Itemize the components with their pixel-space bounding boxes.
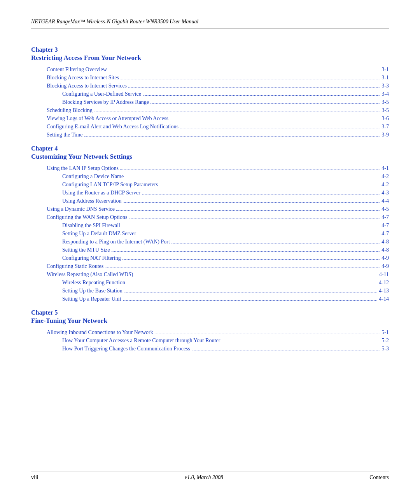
- entry-page-number: 4-14: [379, 296, 389, 302]
- chapter-title-chapter3: Restricting Access From Your Network: [31, 54, 389, 62]
- entry-dots: [84, 136, 380, 136]
- entry-dots: [121, 79, 380, 79]
- entry-text: Wireless Repeating (Also Called WDS): [47, 271, 133, 278]
- entry-page-number: 3-3: [382, 83, 389, 89]
- entry-page-number: 4-12: [379, 280, 389, 286]
- toc-entry[interactable]: Viewing Logs of Web Access or Attempted …: [31, 116, 389, 122]
- entry-dots: [129, 219, 380, 219]
- entry-dots: [125, 178, 380, 178]
- entry-dots: [138, 235, 380, 235]
- toc-entry[interactable]: Wireless Repeating Function4-12: [31, 280, 389, 286]
- entry-dots: [160, 186, 380, 186]
- toc-entry[interactable]: Disabling the SPI Firewall4-7: [31, 222, 389, 229]
- entry-page-number: 4-9: [382, 263, 389, 270]
- entry-text: Configuring a Device Name: [62, 173, 124, 180]
- entry-page-number: 5-1: [382, 329, 389, 336]
- entry-text: Configuring a User-Defined Service: [62, 91, 141, 97]
- entry-page-number: 3-6: [382, 116, 389, 122]
- entry-text: How Port Triggering Changes the Communic…: [62, 346, 190, 352]
- toc-entry[interactable]: Using Address Reservation4-4: [31, 198, 389, 204]
- entry-dots: [222, 342, 380, 342]
- entry-dots: [123, 300, 378, 301]
- toc-entry[interactable]: Responding to a Ping on the Internet (WA…: [31, 239, 389, 245]
- toc-entry[interactable]: Configuring NAT Filtering4-9: [31, 255, 389, 261]
- chapter-title-chapter5: Fine-Tuning Your Network: [31, 317, 389, 325]
- footer-version: v1.0, March 2008: [185, 474, 223, 481]
- entry-text: Wireless Repeating Function: [62, 280, 125, 286]
- toc-entry[interactable]: Setting Up a Repeater Unit4-14: [31, 296, 389, 302]
- entry-page-number: 3-1: [382, 75, 389, 81]
- toc-entry[interactable]: Configuring a Device Name4-2: [31, 173, 389, 180]
- toc-entry[interactable]: Blocking Services by IP Address Range3-5: [31, 99, 389, 105]
- entry-page-number: 4-11: [379, 271, 389, 278]
- entry-page-number: 4-3: [382, 190, 389, 196]
- entry-page-number: 4-7: [382, 214, 389, 220]
- toc-entry[interactable]: Setting the Time3-9: [31, 132, 389, 138]
- entry-text: Setting the MTU Size: [62, 247, 110, 253]
- toc-entry[interactable]: Configuring Static Routes4-9: [31, 263, 389, 270]
- footer-page-number: viii: [31, 474, 38, 481]
- entry-text: Using Address Reservation: [62, 198, 121, 204]
- entry-page-number: 3-5: [382, 99, 389, 105]
- entry-text: Setting Up a Default DMZ Server: [62, 231, 136, 237]
- entry-dots: [143, 95, 380, 96]
- toc-entry[interactable]: Configuring a User-Defined Service3-4: [31, 91, 389, 97]
- entry-text: Configuring the WAN Setup Options: [47, 214, 127, 220]
- toc-entry[interactable]: Setting the MTU Size4-8: [31, 247, 389, 253]
- toc-entry[interactable]: How Port Triggering Changes the Communic…: [31, 346, 389, 352]
- entry-text: Using the LAN IP Setup Options: [47, 165, 119, 172]
- entry-dots: [123, 202, 380, 203]
- toc-entry[interactable]: Setting Up a Default DMZ Server4-7: [31, 231, 389, 237]
- entry-text: Responding to a Ping on the Internet (WA…: [62, 239, 170, 245]
- entry-page-number: 4-9: [382, 255, 389, 261]
- toc-entry[interactable]: Using the LAN IP Setup Options4-1: [31, 165, 389, 172]
- entry-page-number: 3-5: [382, 107, 389, 114]
- toc-entry[interactable]: Scheduling Blocking3-5: [31, 107, 389, 114]
- toc-entry[interactable]: Using the Router as a DHCP Server4-3: [31, 190, 389, 196]
- entry-page-number: 3-7: [382, 124, 389, 130]
- chapter-label-chapter5: Chapter 5: [31, 309, 389, 316]
- toc-entry[interactable]: Blocking Access to Internet Services3-3: [31, 83, 389, 89]
- toc-entry[interactable]: Wireless Repeating (Also Called WDS)4-11: [31, 271, 389, 278]
- toc-entry[interactable]: Configuring LAN TCP/IP Setup Parameters4…: [31, 182, 389, 188]
- toc-entry[interactable]: Setting Up the Base Station4-13: [31, 288, 389, 294]
- toc-entry[interactable]: Allowing Inbound Connections to Your Net…: [31, 329, 389, 336]
- entry-text: Configuring E-mail Alert and Web Access …: [47, 124, 178, 130]
- chapter-title-chapter4: Customizing Your Network Settings: [31, 153, 389, 161]
- entry-text: Blocking Services by IP Address Range: [62, 99, 149, 105]
- page: NETGEAR RangeMax™ Wireless-N Gigabit Rou…: [0, 0, 420, 504]
- entry-page-number: 3-9: [382, 132, 389, 138]
- entry-text: Blocking Access to Internet Sites: [47, 75, 119, 81]
- entry-text: Blocking Access to Internet Services: [47, 83, 127, 89]
- entry-text: Using the Router as a DHCP Server: [62, 190, 140, 196]
- entry-dots: [122, 259, 380, 260]
- entry-text: Using a Dynamic DNS Service: [47, 206, 115, 212]
- entry-text: Content Filtering Overview: [47, 66, 107, 73]
- toc-entry[interactable]: Blocking Access to Internet Sites3-1: [31, 75, 389, 81]
- chapter-label-chapter4: Chapter 4: [31, 145, 389, 152]
- entry-dots: [108, 71, 380, 71]
- entry-text: Setting the Time: [47, 132, 83, 138]
- toc-entry[interactable]: Configuring the WAN Setup Options4-7: [31, 214, 389, 220]
- entry-text: Setting Up the Base Station: [62, 288, 122, 294]
- header-title: NETGEAR RangeMax™ Wireless-N Gigabit Rou…: [31, 19, 198, 25]
- entry-text: Viewing Logs of Web Access or Attempted …: [47, 116, 168, 122]
- entry-page-number: 4-8: [382, 239, 389, 245]
- entry-page-number: 4-2: [382, 173, 389, 180]
- toc-entry[interactable]: Content Filtering Overview3-1: [31, 66, 389, 73]
- entry-text: Setting Up a Repeater Unit: [62, 296, 121, 302]
- entry-page-number: 3-4: [382, 91, 389, 97]
- entry-dots: [127, 284, 377, 284]
- entry-text: How Your Computer Accesses a Remote Comp…: [62, 338, 220, 344]
- toc-entry[interactable]: Using a Dynamic DNS Service4-5: [31, 206, 389, 212]
- entry-text: Configuring NAT Filtering: [62, 255, 121, 261]
- toc-entry[interactable]: How Your Computer Accesses a Remote Comp…: [31, 338, 389, 344]
- entry-dots: [150, 103, 380, 104]
- entry-dots: [192, 350, 380, 350]
- page-header: NETGEAR RangeMax™ Wireless-N Gigabit Rou…: [31, 19, 389, 28]
- entry-dots: [122, 227, 380, 227]
- entry-page-number: 5-2: [382, 338, 389, 344]
- toc-entry[interactable]: Configuring E-mail Alert and Web Access …: [31, 124, 389, 130]
- entry-text: Configuring LAN TCP/IP Setup Parameters: [62, 182, 158, 188]
- entry-text: Disabling the SPI Firewall: [62, 222, 120, 229]
